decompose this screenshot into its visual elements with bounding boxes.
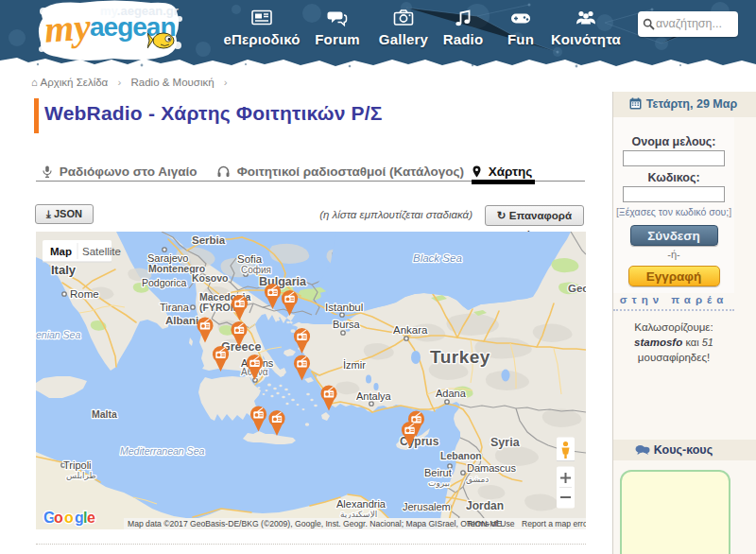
svg-text:Alexandria: Alexandria: [336, 498, 387, 510]
svg-text:Rome: Rome: [70, 288, 99, 300]
svg-text:Jordan: Jordan: [466, 499, 504, 512]
svg-text:o: o: [64, 510, 74, 526]
svg-text:İzmir: İzmir: [343, 359, 366, 371]
svg-text:Istanbul: Istanbul: [325, 302, 363, 313]
svg-text:Bursa: Bursa: [333, 319, 361, 330]
svg-text:دمشق: دمشق: [466, 475, 489, 484]
svg-text:Tripoli: Tripoli: [63, 459, 92, 471]
svg-text:Lebanon: Lebanon: [440, 450, 482, 461]
svg-text:Terms of Use: Terms of Use: [467, 519, 515, 528]
svg-text:e: e: [87, 510, 95, 526]
svg-text:Damascus: Damascus: [467, 462, 516, 474]
svg-text:Mediterranean Sea: Mediterranean Sea: [120, 445, 204, 457]
svg-text:Syria: Syria: [490, 436, 521, 449]
svg-text:Podgorica: Podgorica: [142, 277, 186, 288]
svg-text:Italy: Italy: [51, 263, 77, 277]
svg-text:enian Sea: enian Sea: [36, 329, 80, 340]
svg-text:بيروت: بيروت: [428, 478, 450, 488]
svg-text:Antalya: Antalya: [356, 390, 392, 402]
svg-text:Black Sea: Black Sea: [413, 252, 462, 264]
svg-text:София: София: [241, 265, 271, 275]
svg-text:Kosovo: Kosovo: [192, 272, 229, 284]
svg-text:طرابلس: طرابلس: [66, 471, 96, 480]
svg-text:Bulgaria: Bulgaria: [259, 275, 307, 288]
svg-text:Sofia: Sofia: [237, 253, 263, 265]
svg-text:Turkey: Turkey: [430, 347, 490, 367]
svg-text:Adana: Adana: [436, 388, 467, 399]
svg-text:Map data ©2017 GeoBasis-DE/BKG: Map data ©2017 GeoBasis-DE/BKG (©2009), …: [128, 519, 502, 528]
svg-text:Satellite: Satellite: [82, 246, 121, 257]
svg-text:Ankara: Ankara: [393, 324, 428, 336]
svg-text:Map: Map: [50, 246, 72, 257]
svg-text:Jerusalem: Jerusalem: [403, 501, 451, 512]
svg-text:Geo: Geo: [568, 283, 586, 294]
svg-text:Beirut: Beirut: [424, 467, 452, 478]
svg-text:Tirana: Tirana: [160, 302, 190, 313]
svg-text:Report a map error: Report a map error: [522, 519, 586, 528]
svg-text:Serbia: Serbia: [192, 234, 226, 246]
svg-text:o: o: [54, 510, 63, 526]
svg-text:Malta: Malta: [92, 408, 117, 420]
